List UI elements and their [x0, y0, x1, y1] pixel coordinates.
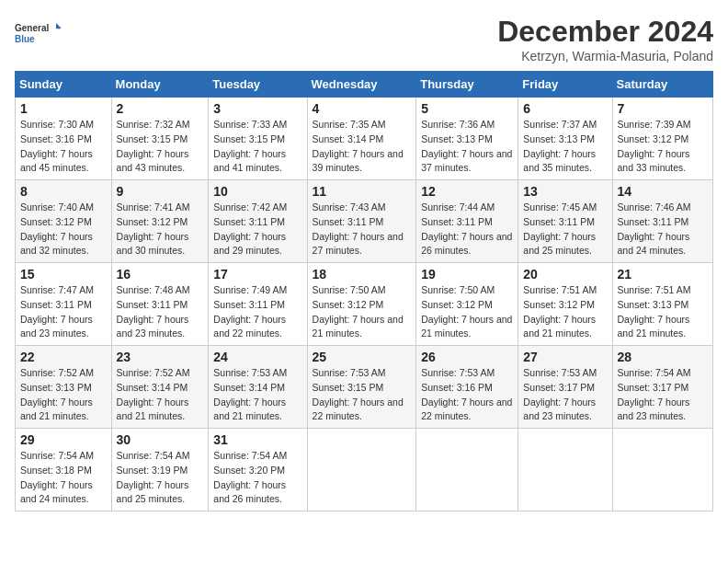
calendar-table: SundayMondayTuesdayWednesdayThursdayFrid… [15, 71, 713, 511]
day-number: 31 [213, 432, 301, 447]
day-number: 27 [523, 350, 607, 364]
svg-text:General: General [15, 23, 49, 33]
svg-marker-2 [56, 23, 61, 29]
header-day-wednesday: Wednesday [307, 72, 416, 98]
main-title: December 2024 [497, 15, 713, 49]
calendar-cell [307, 429, 416, 511]
sub-title: Ketrzyn, Warmia-Masuria, Poland [497, 49, 713, 63]
day-detail: Sunrise: 7:35 AMSunset: 3:14 PMDaylight:… [313, 119, 404, 173]
calendar-cell: 15 Sunrise: 7:47 AMSunset: 3:11 PMDaylig… [16, 263, 112, 346]
day-detail: Sunrise: 7:53 AMSunset: 3:17 PMDaylight:… [523, 367, 597, 421]
calendar-cell: 1 Sunrise: 7:30 AMSunset: 3:16 PMDayligh… [16, 98, 112, 180]
calendar-cell: 29 Sunrise: 7:54 AMSunset: 3:18 PMDaylig… [16, 429, 112, 511]
calendar-cell: 24 Sunrise: 7:53 AMSunset: 3:14 PMDaylig… [209, 346, 307, 429]
calendar-cell: 17 Sunrise: 7:49 AMSunset: 3:11 PMDaylig… [209, 263, 307, 346]
calendar-cell: 7 Sunrise: 7:39 AMSunset: 3:12 PMDayligh… [612, 98, 712, 180]
day-detail: Sunrise: 7:54 AMSunset: 3:17 PMDaylight:… [618, 367, 691, 421]
day-number: 15 [20, 267, 107, 282]
day-detail: Sunrise: 7:51 AMSunset: 3:12 PMDaylight:… [523, 284, 597, 339]
calendar-cell: 16 Sunrise: 7:48 AMSunset: 3:11 PMDaylig… [111, 263, 209, 346]
logo: General Blue [15, 15, 61, 52]
day-detail: Sunrise: 7:45 AMSunset: 3:11 PMDaylight:… [523, 201, 597, 256]
svg-text:Blue: Blue [15, 34, 35, 44]
calendar-cell: 27 Sunrise: 7:53 AMSunset: 3:17 PMDaylig… [518, 346, 612, 429]
day-number: 2 [117, 101, 204, 116]
week-row-3: 15 Sunrise: 7:47 AMSunset: 3:11 PMDaylig… [16, 263, 713, 346]
day-detail: Sunrise: 7:48 AMSunset: 3:11 PMDaylight:… [117, 284, 190, 339]
day-number: 30 [117, 432, 204, 447]
week-row-4: 22 Sunrise: 7:52 AMSunset: 3:13 PMDaylig… [16, 346, 713, 429]
day-detail: Sunrise: 7:53 AMSunset: 3:16 PMDaylight:… [421, 367, 512, 421]
day-number: 3 [213, 101, 301, 116]
day-detail: Sunrise: 7:42 AMSunset: 3:11 PMDaylight:… [213, 201, 287, 256]
day-number: 4 [313, 101, 412, 116]
day-detail: Sunrise: 7:46 AMSunset: 3:11 PMDaylight:… [618, 201, 691, 256]
day-detail: Sunrise: 7:37 AMSunset: 3:13 PMDaylight:… [523, 119, 597, 173]
header-day-tuesday: Tuesday [209, 72, 307, 98]
day-detail: Sunrise: 7:49 AMSunset: 3:11 PMDaylight:… [213, 284, 287, 339]
calendar-cell: 26 Sunrise: 7:53 AMSunset: 3:16 PMDaylig… [416, 346, 518, 429]
day-number: 21 [618, 267, 708, 282]
day-number: 5 [421, 101, 513, 116]
day-number: 7 [618, 101, 708, 116]
day-detail: Sunrise: 7:40 AMSunset: 3:12 PMDaylight:… [20, 201, 94, 256]
day-number: 17 [213, 267, 301, 282]
header-day-thursday: Thursday [416, 72, 518, 98]
day-detail: Sunrise: 7:54 AMSunset: 3:19 PMDaylight:… [117, 450, 190, 504]
calendar-cell: 8 Sunrise: 7:40 AMSunset: 3:12 PMDayligh… [16, 180, 112, 263]
day-number: 14 [618, 184, 708, 199]
day-number: 20 [523, 267, 607, 282]
day-number: 1 [20, 101, 107, 116]
header-row: SundayMondayTuesdayWednesdayThursdayFrid… [16, 72, 713, 98]
calendar-cell [612, 429, 712, 511]
day-number: 19 [421, 267, 513, 282]
day-detail: Sunrise: 7:52 AMSunset: 3:14 PMDaylight:… [117, 367, 190, 421]
header-area: General Blue December 2024 Ketrzyn, Warm… [15, 15, 713, 63]
calendar-cell: 31 Sunrise: 7:54 AMSunset: 3:20 PMDaylig… [209, 429, 307, 511]
day-detail: Sunrise: 7:36 AMSunset: 3:13 PMDaylight:… [421, 119, 512, 173]
week-row-2: 8 Sunrise: 7:40 AMSunset: 3:12 PMDayligh… [16, 180, 713, 263]
calendar-cell: 11 Sunrise: 7:43 AMSunset: 3:11 PMDaylig… [307, 180, 416, 263]
day-detail: Sunrise: 7:47 AMSunset: 3:11 PMDaylight:… [20, 284, 94, 339]
week-row-5: 29 Sunrise: 7:54 AMSunset: 3:18 PMDaylig… [16, 429, 713, 511]
calendar-cell: 12 Sunrise: 7:44 AMSunset: 3:11 PMDaylig… [416, 180, 518, 263]
day-detail: Sunrise: 7:32 AMSunset: 3:15 PMDaylight:… [117, 119, 190, 173]
day-number: 10 [213, 184, 301, 199]
day-number: 9 [117, 184, 204, 199]
calendar-cell: 2 Sunrise: 7:32 AMSunset: 3:15 PMDayligh… [111, 98, 209, 180]
calendar-cell: 18 Sunrise: 7:50 AMSunset: 3:12 PMDaylig… [307, 263, 416, 346]
day-number: 22 [20, 350, 107, 364]
day-detail: Sunrise: 7:50 AMSunset: 3:12 PMDaylight:… [421, 284, 512, 339]
calendar-cell: 13 Sunrise: 7:45 AMSunset: 3:11 PMDaylig… [518, 180, 612, 263]
header-day-friday: Friday [518, 72, 612, 98]
day-number: 12 [421, 184, 513, 199]
day-number: 25 [313, 350, 412, 364]
calendar-cell: 20 Sunrise: 7:51 AMSunset: 3:12 PMDaylig… [518, 263, 612, 346]
day-detail: Sunrise: 7:53 AMSunset: 3:14 PMDaylight:… [213, 367, 287, 421]
calendar-cell: 25 Sunrise: 7:53 AMSunset: 3:15 PMDaylig… [307, 346, 416, 429]
day-detail: Sunrise: 7:54 AMSunset: 3:20 PMDaylight:… [213, 450, 287, 504]
calendar-cell: 5 Sunrise: 7:36 AMSunset: 3:13 PMDayligh… [416, 98, 518, 180]
day-number: 23 [117, 350, 204, 364]
calendar-cell: 10 Sunrise: 7:42 AMSunset: 3:11 PMDaylig… [209, 180, 307, 263]
day-number: 24 [213, 350, 301, 364]
calendar-cell: 23 Sunrise: 7:52 AMSunset: 3:14 PMDaylig… [111, 346, 209, 429]
header-day-saturday: Saturday [612, 72, 712, 98]
day-detail: Sunrise: 7:52 AMSunset: 3:13 PMDaylight:… [20, 367, 94, 421]
day-number: 16 [117, 267, 204, 282]
day-number: 18 [313, 267, 412, 282]
day-detail: Sunrise: 7:51 AMSunset: 3:13 PMDaylight:… [618, 284, 691, 339]
day-detail: Sunrise: 7:30 AMSunset: 3:16 PMDaylight:… [20, 119, 94, 173]
calendar-cell: 4 Sunrise: 7:35 AMSunset: 3:14 PMDayligh… [307, 98, 416, 180]
calendar-cell [416, 429, 518, 511]
day-detail: Sunrise: 7:41 AMSunset: 3:12 PMDaylight:… [117, 201, 190, 256]
calendar-cell: 3 Sunrise: 7:33 AMSunset: 3:15 PMDayligh… [209, 98, 307, 180]
header-day-sunday: Sunday [16, 72, 112, 98]
calendar-cell: 6 Sunrise: 7:37 AMSunset: 3:13 PMDayligh… [518, 98, 612, 180]
day-detail: Sunrise: 7:53 AMSunset: 3:15 PMDaylight:… [313, 367, 404, 421]
calendar-cell: 30 Sunrise: 7:54 AMSunset: 3:19 PMDaylig… [111, 429, 209, 511]
day-detail: Sunrise: 7:44 AMSunset: 3:11 PMDaylight:… [421, 201, 512, 256]
day-detail: Sunrise: 7:50 AMSunset: 3:12 PMDaylight:… [313, 284, 404, 339]
day-number: 11 [313, 184, 412, 199]
day-detail: Sunrise: 7:54 AMSunset: 3:18 PMDaylight:… [20, 450, 94, 504]
